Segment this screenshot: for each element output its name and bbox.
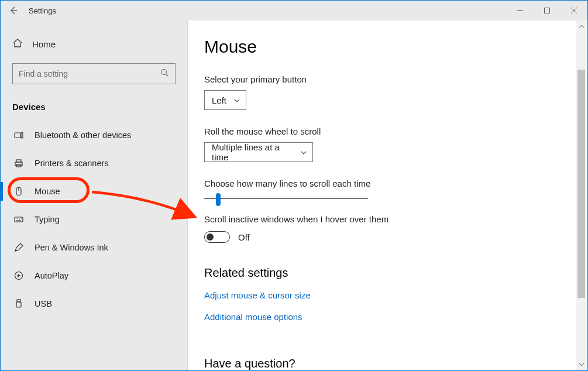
- dropdown-primary-button[interactable]: Left: [204, 90, 246, 110]
- dropdown-value: Multiple lines at a time: [212, 142, 295, 162]
- svg-marker-21: [18, 274, 20, 277]
- vertical-scrollbar[interactable]: [576, 20, 586, 370]
- toggle-state-label: Off: [238, 232, 250, 242]
- svg-rect-13: [15, 217, 23, 222]
- sidebar-home-label: Home: [32, 39, 56, 49]
- printer-icon: [13, 158, 24, 169]
- heading-related-settings: Related settings: [204, 266, 587, 280]
- svg-rect-7: [21, 132, 23, 138]
- label-primary-button: Select your primary button: [204, 74, 587, 84]
- scrollbar-track[interactable]: [576, 31, 586, 360]
- label-lines-to-scroll: Choose how many lines to scroll each tim…: [204, 178, 587, 188]
- window-title: Settings: [29, 6, 56, 15]
- toggle-scroll-inactive[interactable]: [204, 231, 230, 243]
- sidebar-item-label: Pen & Windows Ink: [35, 243, 108, 252]
- home-icon: [12, 38, 23, 50]
- maximize-button[interactable]: [534, 1, 561, 20]
- sidebar-item-printers[interactable]: Printers & scanners: [1, 149, 187, 177]
- slider-thumb[interactable]: [216, 193, 221, 206]
- dropdown-value: Left: [212, 95, 226, 105]
- svg-rect-23: [16, 302, 21, 307]
- link-adjust-mouse-cursor-size[interactable]: Adjust mouse & cursor size: [204, 290, 311, 300]
- label-wheel-scroll: Roll the mouse wheel to scroll: [204, 126, 587, 136]
- chevron-down-icon: [234, 95, 240, 105]
- scroll-down-button[interactable]: [576, 360, 586, 369]
- sidebar-item-typing[interactable]: Typing: [1, 205, 187, 233]
- svg-rect-1: [545, 8, 550, 13]
- minimize-button[interactable]: [507, 1, 534, 20]
- scrollbar-thumb[interactable]: [577, 70, 585, 298]
- slider-lines-to-scroll[interactable]: [204, 198, 368, 199]
- titlebar: Settings: [1, 1, 587, 20]
- search-input[interactable]: Find a setting: [12, 63, 176, 84]
- sidebar-item-label: Typing: [35, 215, 60, 224]
- sidebar-item-label: USB: [35, 299, 52, 308]
- pen-icon: [13, 242, 24, 253]
- search-placeholder: Find a setting: [19, 69, 68, 78]
- close-button[interactable]: [561, 1, 587, 20]
- svg-rect-6: [15, 133, 20, 138]
- keyboard-icon: [13, 214, 24, 225]
- window-controls: [507, 1, 587, 20]
- back-button[interactable]: [1, 1, 26, 20]
- annotation-highlight-ring: [8, 177, 90, 203]
- svg-point-4: [161, 70, 167, 75]
- sidebar-item-autoplay[interactable]: AutoPlay: [1, 262, 187, 290]
- scroll-up-button[interactable]: [576, 22, 586, 31]
- sidebar-item-pen[interactable]: Pen & Windows Ink: [1, 233, 187, 262]
- svg-line-5: [166, 74, 169, 77]
- main-content: Mouse Select your primary button Left Ro…: [188, 20, 587, 370]
- label-scroll-inactive: Scroll inactive windows when I hover ove…: [204, 214, 587, 224]
- bluetooth-device-icon: [13, 130, 24, 140]
- search-icon: [160, 68, 169, 79]
- sidebar-item-usb[interactable]: USB: [1, 290, 187, 318]
- chevron-down-icon: [301, 147, 307, 157]
- svg-rect-9: [16, 160, 21, 162]
- dropdown-wheel-scroll[interactable]: Multiple lines at a time: [204, 142, 313, 162]
- sidebar-section-heading: Devices: [1, 88, 187, 121]
- toggle-knob: [207, 233, 214, 241]
- sidebar-item-bluetooth[interactable]: Bluetooth & other devices: [1, 121, 187, 149]
- sidebar-item-label: Bluetooth & other devices: [35, 130, 131, 140]
- sidebar-home[interactable]: Home: [1, 33, 187, 55]
- usb-icon: [13, 298, 24, 309]
- heading-have-a-question: Have a question?: [204, 357, 587, 370]
- sidebar-item-label: AutoPlay: [35, 271, 68, 280]
- sidebar-item-label: Printers & scanners: [35, 159, 109, 168]
- page-title: Mouse: [204, 37, 587, 57]
- svg-point-19: [15, 250, 16, 251]
- link-additional-mouse-options[interactable]: Additional mouse options: [204, 312, 302, 322]
- autoplay-icon: [13, 270, 24, 281]
